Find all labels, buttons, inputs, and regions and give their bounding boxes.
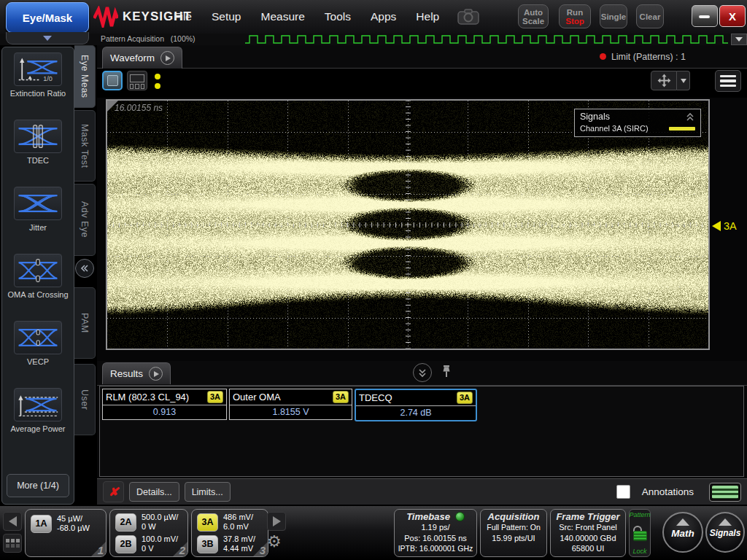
menu-apps[interactable]: Apps: [371, 10, 396, 23]
display-menu-button[interactable]: [715, 70, 741, 92]
signals-button[interactable]: Signals: [705, 512, 745, 553]
mode-selector-button[interactable]: Eye/Mask: [6, 2, 89, 33]
channel-row-2b[interactable]: 2B 100.0 mV/ 0 V: [115, 534, 178, 553]
close-button[interactable]: X: [719, 5, 746, 27]
more-measurements-button[interactable]: More (1/4): [7, 474, 69, 497]
channel-group-1[interactable]: 1A 45 µW/ -68.0 µW 1: [25, 509, 107, 557]
channel-3a-marker[interactable]: 3A: [712, 220, 737, 232]
tab-adv-eye[interactable]: Adv Eye: [74, 184, 96, 256]
tdec-button[interactable]: [14, 120, 62, 153]
result-card-outer-oma[interactable]: Outer OMA 3A 1.8155 V: [229, 389, 352, 420]
menu-setup[interactable]: Setup: [212, 10, 241, 23]
channels-next-button[interactable]: [267, 512, 286, 531]
acquisition-rate: 15.99 pts/UI: [481, 533, 546, 544]
menu-measure[interactable]: Measure: [261, 10, 305, 23]
tab-mask-test[interactable]: Mask Test: [74, 110, 96, 182]
pan-tool-button[interactable]: [651, 71, 677, 90]
frame-trigger-panel[interactable]: Frame Trigger Src: Front Panel 140.00000…: [550, 509, 626, 557]
channel-row-3a[interactable]: 3A 486 mV/ 6.0 mV: [197, 513, 253, 532]
channel-row-3b[interactable]: 3B 37.8 mV/ 4.44 mV: [197, 534, 255, 553]
channel-badge[interactable]: 3A: [197, 513, 218, 532]
pattern-lock-panel[interactable]: Pattern Lock: [629, 509, 651, 557]
single-button[interactable]: Single: [600, 4, 627, 28]
minimize-button[interactable]: [692, 5, 718, 27]
menu-help[interactable]: Help: [416, 10, 439, 23]
trace-color-dot[interactable]: [155, 74, 160, 79]
menu-file[interactable]: File: [174, 10, 192, 23]
trace-color-dot[interactable]: [155, 83, 160, 89]
delete-measurement-button[interactable]: ✘: [103, 481, 124, 502]
results-footer: ✘ Details... Limits... Annotations: [97, 478, 747, 505]
pan-tool-dropdown[interactable]: [677, 71, 690, 90]
vecp-button[interactable]: [14, 321, 62, 354]
channel-badge[interactable]: 2B: [115, 535, 136, 553]
clear-button[interactable]: Clear: [636, 4, 664, 28]
oma-at-crossing-button[interactable]: [14, 254, 62, 287]
annotations-checkbox[interactable]: [616, 485, 630, 499]
limit-status-icon: [600, 53, 606, 60]
details-button[interactable]: Details...: [129, 482, 179, 502]
result-value: 2.74 dB: [356, 405, 476, 420]
signals-legend[interactable]: Signals Channel 3A (SIRC): [574, 109, 701, 137]
limit-status: Limit (Patterns) : 1: [600, 45, 686, 68]
result-card-rlm[interactable]: RLM (802.3 CL_94) 3A 0.913: [102, 389, 227, 420]
tab-pam[interactable]: PAM: [74, 287, 96, 359]
math-button[interactable]: Math: [662, 512, 703, 553]
channel-badge[interactable]: 1A: [31, 515, 52, 533]
waveform-play-button[interactable]: [160, 51, 174, 65]
extinction-ratio-button[interactable]: 1/0: [14, 52, 62, 86]
legend-channel-label: Channel 3A (SIRC): [580, 124, 649, 133]
sidebar-item-average-power: Average Power: [2, 388, 74, 455]
result-card-tdecq[interactable]: TDECQ 3A 2.74 dB: [355, 389, 477, 421]
pattern-acquisition-percent: (100%): [171, 34, 196, 43]
pattern-lock-bottom-label: Lock: [632, 548, 646, 555]
split-view-button[interactable]: [127, 71, 147, 90]
channel-group-2[interactable]: 2A 500.0 µW/ 0 W 2B 100.0 mV/ 0 V 2: [109, 509, 188, 557]
channel-color-swatch: [669, 127, 695, 131]
channel-badge[interactable]: 2A: [115, 513, 136, 532]
eye-diagram-plot[interactable]: 16.00155 ns Signals Channel 3A (SIRC): [106, 99, 710, 350]
waveform-toolbar: [97, 69, 747, 98]
marker-triangle-icon: [712, 221, 721, 231]
channels-overview-button[interactable]: [3, 534, 22, 553]
channel-offset: 0 W: [142, 522, 178, 532]
channel-group-3[interactable]: 3A 486 mV/ 6.0 mV 3B 37.8 mV/ 4.44 mV 3: [191, 509, 268, 557]
channel-settings-button[interactable]: ⚙: [267, 532, 282, 551]
delete-icon: ✘: [109, 485, 118, 499]
screenshot-camera-icon[interactable]: [457, 8, 480, 28]
chevrons-up-icon[interactable]: [685, 112, 695, 122]
results-play-button[interactable]: [149, 367, 163, 381]
single-view-button[interactable]: [102, 71, 123, 90]
limits-button[interactable]: Limits...: [185, 482, 231, 502]
eye-diagram-canvas[interactable]: [107, 101, 708, 349]
channel-row-2a[interactable]: 2A 500.0 µW/ 0 W: [115, 513, 178, 532]
channel-badge[interactable]: 3B: [197, 535, 218, 553]
timebase-panel[interactable]: Timebase 1.19 ps/ Pos: 16.00155 ns IPTB:…: [394, 509, 477, 557]
source-badge: 3A: [207, 391, 223, 403]
pattern-bar-dropdown-button[interactable]: [731, 34, 747, 45]
tab-waveform[interactable]: Waveform: [102, 47, 182, 69]
channel-scale: 500.0 µW/: [142, 513, 178, 522]
tab-results[interactable]: Results: [102, 362, 171, 384]
sidebar-item-jitter: Jitter: [2, 187, 74, 254]
run-stop-button[interactable]: Run Stop: [559, 4, 591, 28]
mode-selector-dropdown[interactable]: [6, 32, 89, 44]
channels-prev-button[interactable]: [3, 512, 22, 531]
sidebar-item-label: OMA at Crossing: [7, 290, 68, 300]
vecp-icon: [17, 325, 59, 350]
menu-tools[interactable]: Tools: [325, 10, 351, 23]
split-view-icon: [130, 74, 144, 82]
sidebar-collapse-button[interactable]: [75, 259, 94, 278]
results-table-toggle-button[interactable]: [709, 483, 741, 502]
tab-eye-meas[interactable]: Eye Meas: [74, 45, 96, 108]
jitter-button[interactable]: [14, 187, 62, 220]
channel-row-1a[interactable]: 1A 45 µW/ -68.0 µW: [31, 514, 90, 533]
results-collapse-button[interactable]: [413, 363, 432, 382]
auto-scale-button[interactable]: Auto Scale: [518, 4, 549, 28]
average-power-button[interactable]: [14, 388, 62, 421]
acquisition-panel[interactable]: Acquisition Full Pattern: On 15.99 pts/U…: [480, 509, 547, 557]
pattern-wave-canvas: [245, 34, 728, 44]
slot-number: 3: [260, 544, 266, 556]
tab-user[interactable]: User: [74, 364, 96, 435]
results-pin-button[interactable]: [441, 365, 452, 382]
